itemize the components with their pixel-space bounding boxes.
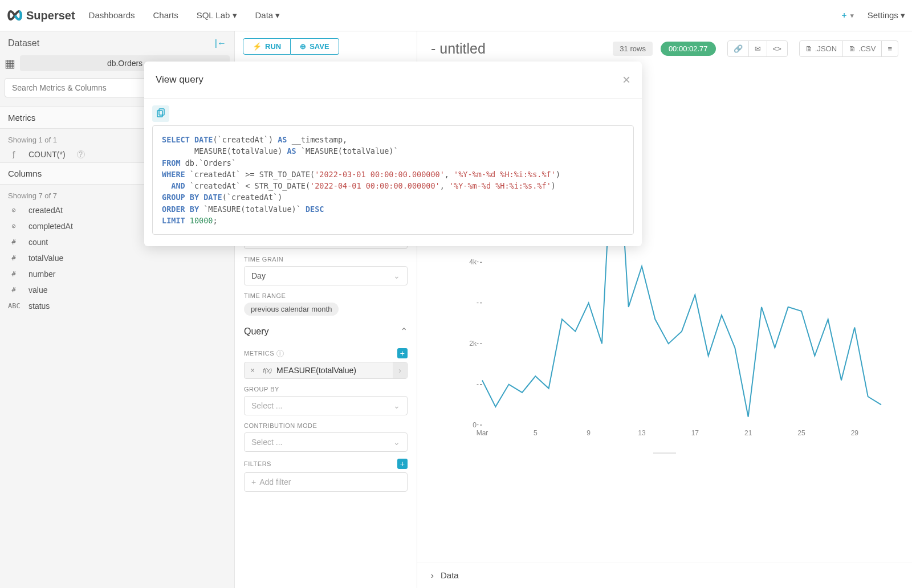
svg-text:-: -: [477, 258, 479, 266]
plus-icon: +: [251, 477, 256, 487]
dataset-heading: Dataset: [8, 38, 39, 48]
type-icon: ⊘: [8, 222, 19, 230]
chevron-down-icon: ⌄: [393, 438, 400, 447]
metrics-label: METRICS: [244, 350, 274, 357]
contribution-select[interactable]: Select ... ⌄: [244, 432, 408, 452]
column-name: value: [28, 285, 47, 295]
chart-title[interactable]: - untitled: [431, 40, 486, 57]
resize-handle[interactable]: [653, 452, 676, 455]
chevron-down-icon: ▾: [850, 12, 854, 19]
time-grain-label: TIME GRAIN: [244, 256, 408, 263]
column-item[interactable]: #value: [0, 282, 234, 298]
contribution-label: CONTRIBUTION MODE: [244, 422, 408, 429]
hamburger-icon: ≡: [887, 44, 892, 53]
column-name: number: [28, 270, 55, 279]
svg-text:4k: 4k: [469, 258, 477, 266]
type-icon: #: [8, 270, 19, 278]
export-json-button[interactable]: 🗎.JSON: [800, 41, 843, 56]
infinity-icon: [7, 10, 23, 21]
nav-settings[interactable]: Settings ▾: [868, 10, 905, 21]
plus-circle-icon: ⊕: [300, 42, 306, 51]
column-name: status: [28, 301, 50, 311]
type-icon: #: [8, 254, 19, 262]
chevron-right-icon: ›: [431, 570, 434, 580]
code-icon: <>: [773, 44, 781, 53]
nav-charts[interactable]: Charts: [153, 10, 178, 21]
add-metric-button[interactable]: +: [397, 348, 408, 358]
type-icon: ⊘: [8, 206, 19, 214]
column-item[interactable]: #totalValue: [0, 250, 234, 266]
time-range-pill[interactable]: previous calendar month: [244, 303, 339, 316]
collapse-query-icon[interactable]: ⌃: [400, 326, 408, 337]
export-csv-button[interactable]: 🗎.CSV: [843, 41, 882, 56]
file-icon: 🗎: [849, 44, 856, 53]
rows-badge: 31 rows: [613, 42, 653, 56]
view-query-modal: View query × SELECT DATE(`createdAt`) AS…: [144, 62, 642, 246]
time-badge: 00:00:02.77: [661, 42, 716, 56]
query-section-title: Query: [244, 326, 269, 337]
info-icon[interactable]: i: [276, 350, 284, 357]
type-icon: #: [8, 286, 19, 294]
nav-dashboards[interactable]: Dashboards: [89, 10, 135, 21]
column-name: completedAt: [28, 222, 73, 231]
nav-links: Dashboards Charts SQL Lab ▾ Data ▾: [89, 10, 280, 21]
save-button[interactable]: ⊕SAVE: [291, 38, 339, 55]
svg-text:9: 9: [587, 429, 591, 437]
time-grain-select[interactable]: Day ⌄: [244, 266, 408, 285]
link-button[interactable]: 🔗: [728, 41, 749, 56]
function-icon: ƒ: [8, 150, 19, 158]
mail-icon: ✉: [755, 44, 761, 53]
sql-code[interactable]: SELECT DATE(`createdAt`) AS __timestamp,…: [152, 125, 634, 235]
chevron-down-icon: ▾: [901, 10, 905, 20]
embed-code-button[interactable]: <>: [767, 41, 787, 56]
svg-text:Mar: Mar: [477, 429, 488, 437]
remove-metric-icon[interactable]: ×: [245, 362, 260, 378]
chevron-right-icon[interactable]: ›: [393, 362, 407, 378]
time-range-label: TIME RANGE: [244, 292, 408, 299]
more-menu-button[interactable]: ≡: [882, 41, 898, 56]
svg-rect-29: [157, 111, 162, 117]
svg-text:2k: 2k: [469, 340, 477, 348]
groupby-select[interactable]: Select ... ⌄: [244, 396, 408, 415]
dataset-grid-icon: ▦: [5, 56, 15, 70]
column-item[interactable]: ABCstatus: [0, 298, 234, 314]
column-name: count: [28, 238, 48, 247]
svg-text:5: 5: [534, 429, 538, 437]
nav-data[interactable]: Data ▾: [255, 10, 280, 21]
run-button[interactable]: ⚡RUN: [243, 38, 291, 55]
top-nav: Superset Dashboards Charts SQL Lab ▾ Dat…: [0, 0, 912, 31]
metric-chip[interactable]: × f(x) MEASURE(totalValue) ›: [244, 362, 408, 379]
svg-text:-: -: [477, 380, 479, 388]
type-icon: ABC: [8, 302, 19, 310]
add-filter-input[interactable]: + Add filter: [244, 472, 408, 492]
info-icon[interactable]: ?: [77, 150, 85, 158]
svg-text:29: 29: [851, 429, 859, 437]
email-button[interactable]: ✉: [749, 41, 767, 56]
data-section-toggle[interactable]: › Data: [417, 562, 912, 588]
copy-icon: [157, 108, 165, 117]
chevron-down-icon: ▾: [275, 10, 280, 20]
type-icon: #: [8, 238, 19, 246]
column-item[interactable]: #number: [0, 266, 234, 282]
brand-logo[interactable]: Superset: [7, 9, 75, 22]
add-button[interactable]: ＋ ▾: [840, 10, 854, 21]
link-icon: 🔗: [734, 44, 743, 53]
svg-text:25: 25: [797, 429, 805, 437]
fx-icon: f(x): [260, 367, 274, 374]
copy-sql-button[interactable]: [152, 105, 169, 122]
groupby-label: GROUP BY: [244, 386, 408, 393]
add-filter-button[interactable]: +: [397, 459, 408, 469]
chevron-down-icon: ▾: [233, 10, 237, 20]
close-modal-button[interactable]: ×: [622, 72, 630, 88]
svg-text:21: 21: [744, 429, 752, 437]
collapse-sidebar-icon[interactable]: |←: [215, 38, 226, 48]
metric-name: COUNT(*): [28, 150, 66, 159]
filters-label: FILTERS: [244, 460, 271, 467]
brand-text: Superset: [26, 9, 75, 22]
bolt-icon: ⚡: [253, 42, 262, 51]
nav-sqllab[interactable]: SQL Lab ▾: [197, 10, 237, 21]
svg-text:13: 13: [638, 429, 646, 437]
modal-title: View query: [156, 74, 203, 85]
chevron-down-icon: ⌄: [393, 271, 400, 280]
file-icon: 🗎: [805, 44, 813, 53]
